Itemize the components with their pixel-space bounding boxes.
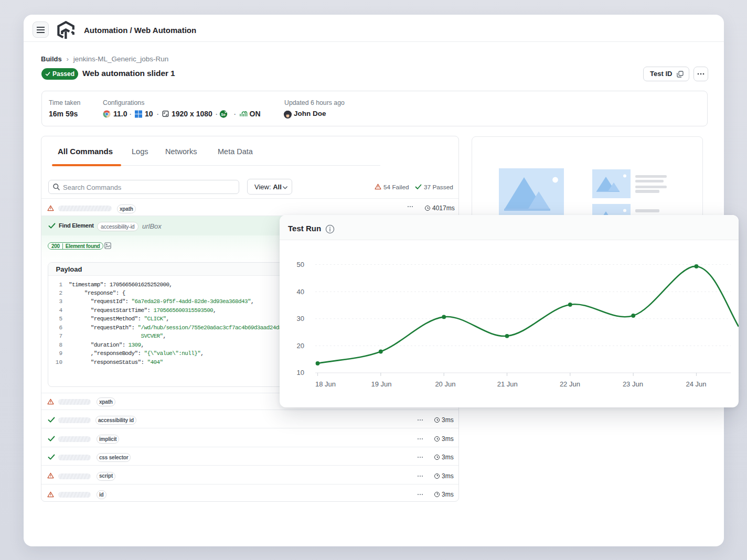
svg-text:22 Jun: 22 Jun (560, 380, 580, 388)
svg-text:30: 30 (297, 315, 304, 322)
svg-text:23 Jun: 23 Jun (623, 380, 643, 388)
svg-text:21 Jun: 21 Jun (497, 380, 518, 388)
svg-text:24 Jun: 24 Jun (686, 380, 706, 388)
svg-text:18 Jun: 18 Jun (315, 380, 336, 388)
svg-text:19 Jun: 19 Jun (371, 380, 391, 388)
svg-text:50: 50 (297, 261, 304, 268)
svg-text:40: 40 (297, 288, 304, 296)
svg-text:10: 10 (297, 369, 304, 376)
svg-text:20 Jun: 20 Jun (435, 380, 455, 388)
svg-text:20: 20 (297, 342, 304, 350)
svg-text:Se: Se (221, 113, 226, 116)
